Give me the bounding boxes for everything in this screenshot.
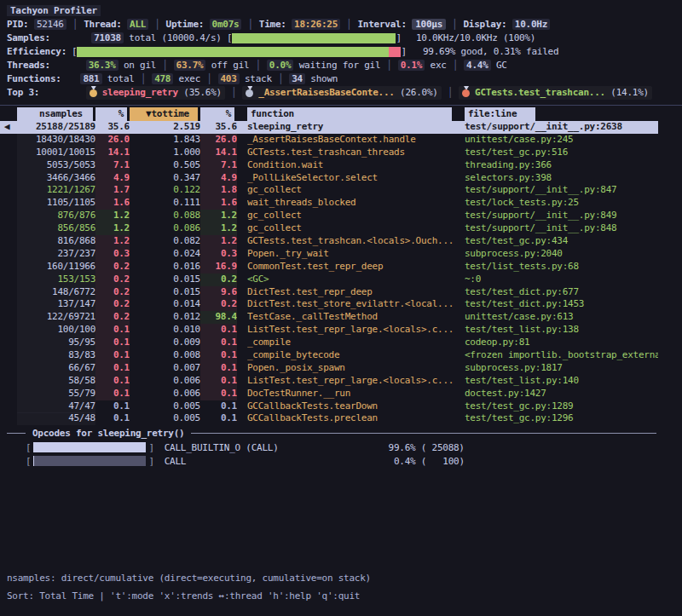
cell-cumulative-percent: 0.2 xyxy=(200,298,237,311)
cell-file-line: subprocess.py:1817 xyxy=(465,362,658,375)
cell-direct-percent: 1.7 xyxy=(95,184,130,197)
cell-tottime: 0.005 xyxy=(130,400,200,413)
functions-stack: 403 xyxy=(218,73,240,84)
function-table: ◀25188/2518935.62.51935.6sleeping_retryt… xyxy=(0,121,682,425)
cell-direct-percent: 0.1 xyxy=(95,337,130,349)
table-row[interactable]: 3466/34664.90.3474.9_PollLikeSelector.se… xyxy=(0,172,658,185)
functions-total: 881 xyxy=(80,73,101,84)
table-row[interactable]: 83/830.10.0080.1_compile_bytecode<frozen… xyxy=(0,349,658,362)
cell-nsamples: 45/48 xyxy=(17,412,95,425)
table-top-separator xyxy=(0,105,682,106)
cell-cumulative-percent: 1.2 xyxy=(200,222,237,235)
functions-total-label: total xyxy=(102,73,135,84)
efficiency-bar-track xyxy=(77,47,401,57)
top3-item: _AssertRaisesBaseConte... (26.0%) xyxy=(242,86,441,100)
cell-direct-percent: 0.2 xyxy=(95,273,130,286)
keybindings-hint: Sort: Total Time | 't':mode 'x':trends ↔… xyxy=(0,587,682,605)
cell-cumulative-percent: 0.1 xyxy=(200,337,237,349)
cell-tottime: 0.010 xyxy=(130,324,200,337)
cell-direct-percent: 1.6 xyxy=(95,197,130,210)
samples-total: 71038 xyxy=(91,32,124,43)
cell-function: Popen._try_wait xyxy=(247,248,454,261)
opcode-percent: 99.6% ( 25088) xyxy=(362,442,465,453)
table-row[interactable]: 153/1530.20.0150.2<GC>~:0 xyxy=(0,273,658,286)
cell-nsamples: 100/100 xyxy=(17,324,95,337)
cell-function: ListTest.test_repr_large.<locals>.c... xyxy=(247,324,454,337)
cell-nsamples: 66/67 xyxy=(17,362,95,375)
table-row[interactable]: 100/1000.10.0100.1ListTest.test_repr_lar… xyxy=(0,324,658,337)
cell-cumulative-percent: 0.1 xyxy=(200,362,237,375)
cell-file-line: test/test_gc.py:516 xyxy=(465,147,658,159)
cell-nsamples: 83/83 xyxy=(17,349,95,362)
cell-function: _compile xyxy=(247,337,454,349)
cell-direct-percent: 0.1 xyxy=(95,400,130,413)
table-row[interactable]: 816/8681.20.0821.2GCTests.test_trashcan.… xyxy=(0,235,658,248)
thread-value[interactable]: ALL xyxy=(127,19,148,30)
gc-label: GC xyxy=(491,60,507,71)
cell-tottime: 0.086 xyxy=(130,222,200,235)
table-row[interactable]: 160/119660.20.01616.9CommonTest.test_rep… xyxy=(0,261,658,273)
table-row[interactable]: 1221/12671.70.1221.8gc_collecttest/suppo… xyxy=(0,184,658,197)
cell-tottime: 0.347 xyxy=(130,172,200,185)
table-row[interactable]: 856/8561.20.0861.2gc_collecttest/support… xyxy=(0,222,658,235)
header-pct1[interactable]: % xyxy=(95,107,130,121)
cell-file-line: test/support/__init__.py:2638 xyxy=(465,121,658,134)
opcode-row: []CALL_BUILTIN_O (CALL)99.6% ( 25088) xyxy=(0,440,682,454)
table-row[interactable]: 10001/1001514.11.00014.1GCTests.test_tra… xyxy=(0,147,658,159)
table-row[interactable]: 876/8761.20.0881.2gc_collecttest/support… xyxy=(0,210,658,222)
efficiency-summary: 99.69% good, 0.31% failed xyxy=(423,45,558,59)
table-row[interactable]: 237/2370.30.0240.3Popen._try_waitsubproc… xyxy=(0,248,658,261)
top3-function-name: sleeping_retry xyxy=(102,87,178,98)
table-row[interactable]: 18430/1843026.01.84326.0_AssertRaisesBas… xyxy=(0,134,658,147)
divider: │ xyxy=(452,19,457,30)
opcodes-list: []CALL_BUILTIN_O (CALL)99.6% ( 25088)[]C… xyxy=(0,440,682,468)
table-row[interactable]: 137/1470.20.0140.2DictTest.test_store_ev… xyxy=(0,298,658,311)
header-tottime-sorted[interactable]: ▼tottime xyxy=(130,107,200,121)
bracket: ] xyxy=(148,456,153,467)
bracket: [ xyxy=(26,456,31,467)
cell-direct-percent: 26.0 xyxy=(95,134,130,147)
table-row[interactable]: 122/697210.20.01298.4TestCase._callTestM… xyxy=(0,311,658,324)
on-gil-label: on gil xyxy=(118,60,157,71)
cell-file-line: test/test_list.py:138 xyxy=(465,324,658,337)
cell-direct-percent: 0.2 xyxy=(95,286,130,299)
cell-nsamples: 1221/1267 xyxy=(17,184,95,197)
cell-cumulative-percent: 0.2 xyxy=(200,273,237,286)
cell-nsamples: 95/95 xyxy=(17,337,95,349)
header-function[interactable]: function xyxy=(247,107,454,121)
table-row[interactable]: 58/580.10.0060.1ListTest.test_repr_large… xyxy=(0,375,658,388)
cell-tottime: 0.088 xyxy=(130,210,200,222)
table-row[interactable]: 148/67720.20.0159.6DictTest.test_repr_de… xyxy=(0,286,658,299)
cell-direct-percent: 0.1 xyxy=(95,324,130,337)
cell-nsamples: 10001/10015 xyxy=(17,147,95,159)
cell-direct-percent: 0.1 xyxy=(95,388,130,400)
table-row[interactable]: 66/670.10.0070.1Popen._posix_spawnsubpro… xyxy=(0,362,658,375)
opcode-name: CALL_BUILTIN_O (CALL) xyxy=(165,442,362,453)
table-row[interactable]: 95/950.10.0090.1_compilecodeop.py:81 xyxy=(0,337,658,349)
cell-nsamples: 25188/25189 xyxy=(17,121,95,134)
cell-tottime: 0.015 xyxy=(130,286,200,299)
cell-cumulative-percent: 98.4 xyxy=(200,311,237,324)
efficiency-failed-fill xyxy=(389,47,401,57)
cell-direct-percent: 4.9 xyxy=(95,172,130,185)
cell-file-line: test/test_list.py:140 xyxy=(465,375,658,388)
header-nsamples[interactable]: nsamples xyxy=(17,107,95,121)
table-row[interactable]: ◀25188/2518935.62.51935.6sleeping_retryt… xyxy=(0,121,658,134)
table-row[interactable]: 47/470.10.0050.1GCCallbackTests.tearDown… xyxy=(0,400,658,413)
divider: │ xyxy=(247,19,252,30)
table-row[interactable]: 5053/50537.10.5057.1Condition.waitthread… xyxy=(0,159,658,172)
thread-label: Thread: xyxy=(84,19,122,30)
divider: │ xyxy=(278,73,283,84)
table-row[interactable]: 45/480.10.0050.1GCCallbackTests.preclean… xyxy=(0,412,658,425)
cell-direct-percent: 0.2 xyxy=(95,298,130,311)
table-row[interactable]: 55/790.10.0060.1DocTestRunner.__rundocte… xyxy=(0,388,658,400)
table-row[interactable]: 1105/11051.60.1111.6wait_threads_blocked… xyxy=(0,197,658,210)
cell-nsamples: 58/58 xyxy=(17,375,95,388)
header-pct2[interactable]: % xyxy=(200,107,237,121)
cell-file-line: doctest.py:1427 xyxy=(465,388,658,400)
header-file-line[interactable]: file:line xyxy=(465,107,535,121)
cell-direct-percent: 1.2 xyxy=(95,222,130,235)
cell-file-line: unittest/case.py:245 xyxy=(465,134,658,147)
uptime-label: Uptime: xyxy=(166,19,205,30)
divider: │ xyxy=(141,73,146,84)
